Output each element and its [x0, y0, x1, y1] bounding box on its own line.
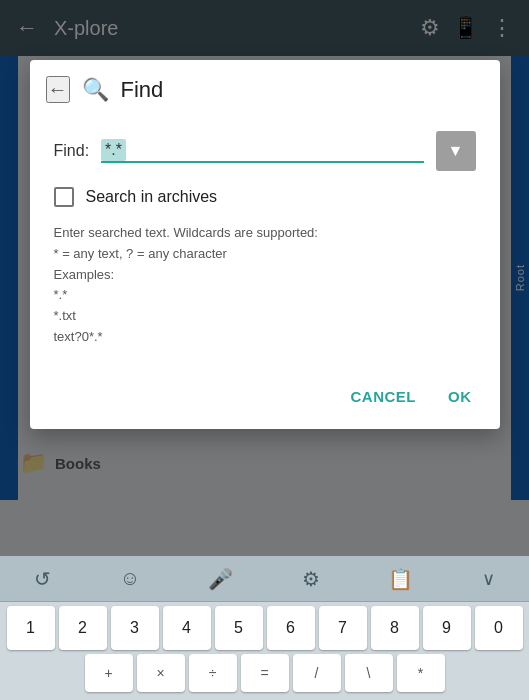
- key-plus[interactable]: +: [85, 654, 133, 692]
- key-6[interactable]: 6: [267, 606, 315, 650]
- keyboard: ↺ ☺ 🎤 ⚙ 📋 ∨ 1 2 3 4 5 6 7 8 9 0 + × ÷ = …: [0, 556, 529, 700]
- checkbox-row[interactable]: Search in archives: [54, 187, 476, 207]
- key-2[interactable]: 2: [59, 606, 107, 650]
- key-divide[interactable]: ÷: [189, 654, 237, 692]
- cancel-button[interactable]: CANCEL: [347, 380, 421, 413]
- search-archives-label: Search in archives: [86, 188, 218, 206]
- find-row: Find: *.* ▼: [54, 131, 476, 171]
- modal-title: Find: [121, 77, 164, 103]
- modal-actions: CANCEL OK: [30, 364, 500, 429]
- modal-back-button[interactable]: ←: [46, 76, 70, 103]
- keyboard-clipboard-icon[interactable]: 📋: [380, 559, 421, 599]
- key-5[interactable]: 5: [215, 606, 263, 650]
- key-backslash[interactable]: \: [345, 654, 393, 692]
- modal-body: Find: *.* ▼ Search in archives Enter sea…: [30, 115, 500, 364]
- key-3[interactable]: 3: [111, 606, 159, 650]
- keyboard-chevron-icon[interactable]: ∨: [474, 560, 503, 598]
- keyboard-settings-icon[interactable]: ⚙: [294, 559, 328, 599]
- find-dropdown-button[interactable]: ▼: [436, 131, 476, 171]
- key-1[interactable]: 1: [7, 606, 55, 650]
- key-7[interactable]: 7: [319, 606, 367, 650]
- keyboard-rows: 1 2 3 4 5 6 7 8 9 0 + × ÷ = / \ *: [0, 602, 529, 700]
- keyboard-symbol-row: + × ÷ = / \ *: [2, 654, 527, 692]
- key-4[interactable]: 4: [163, 606, 211, 650]
- help-text: Enter searched text. Wildcards are suppo…: [54, 223, 476, 348]
- keyboard-mic-icon[interactable]: 🎤: [200, 559, 241, 599]
- modal-header: ← 🔍 Find: [30, 60, 500, 115]
- keyboard-number-row: 1 2 3 4 5 6 7 8 9 0: [2, 606, 527, 650]
- modal-search-icon: 🔍: [82, 77, 109, 103]
- search-archives-checkbox[interactable]: [54, 187, 74, 207]
- ok-button[interactable]: OK: [444, 380, 476, 413]
- key-9[interactable]: 9: [423, 606, 471, 650]
- find-label: Find:: [54, 142, 90, 160]
- key-multiply[interactable]: ×: [137, 654, 185, 692]
- modal-dialog: ← 🔍 Find Find: *.* ▼ Search in archives: [30, 60, 500, 429]
- find-input-wrapper: *.*: [101, 139, 423, 163]
- key-slash[interactable]: /: [293, 654, 341, 692]
- keyboard-emoji-icon[interactable]: ☺: [112, 559, 148, 598]
- key-asterisk[interactable]: *: [397, 654, 445, 692]
- key-equals[interactable]: =: [241, 654, 289, 692]
- keyboard-toolbar: ↺ ☺ 🎤 ⚙ 📋 ∨: [0, 556, 529, 602]
- find-input-value[interactable]: *.*: [101, 139, 126, 161]
- keyboard-refresh-icon[interactable]: ↺: [26, 559, 59, 599]
- key-0[interactable]: 0: [475, 606, 523, 650]
- key-8[interactable]: 8: [371, 606, 419, 650]
- dropdown-arrow-icon: ▼: [448, 142, 464, 160]
